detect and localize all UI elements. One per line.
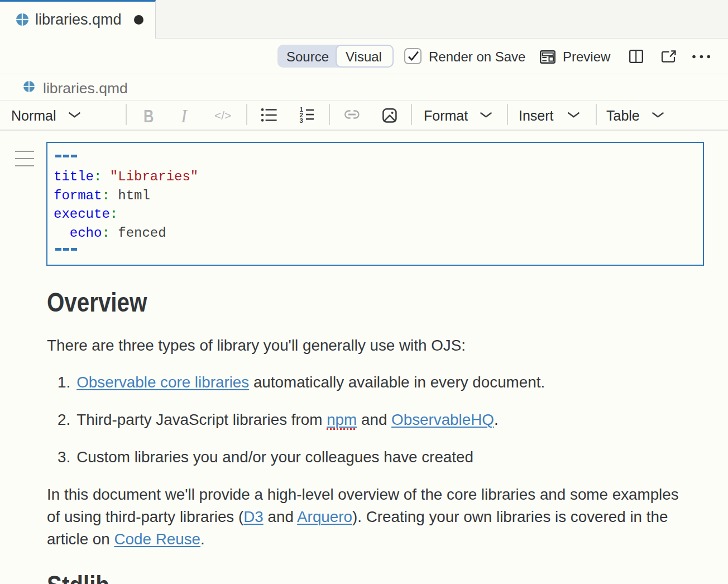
svg-text:3: 3	[300, 117, 304, 124]
